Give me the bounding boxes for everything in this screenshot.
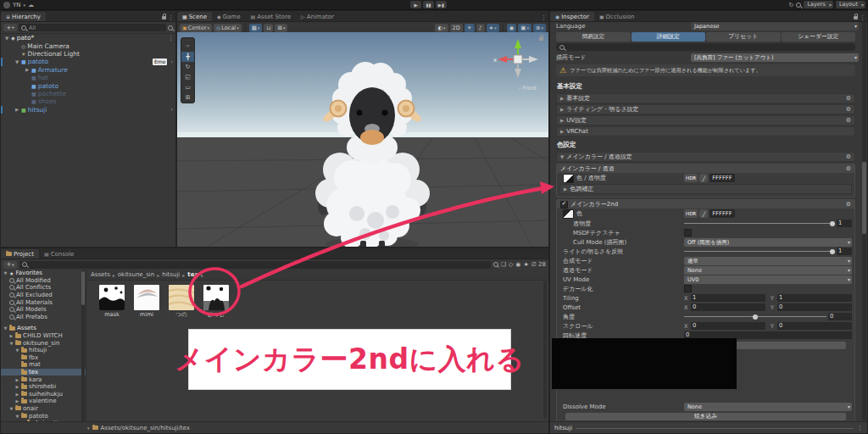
camera-settings-button[interactable]: ▣▾ (518, 24, 531, 32)
tree-item[interactable]: ▶valentine (1, 398, 86, 405)
2d-toggle[interactable]: 2D (450, 24, 463, 32)
lock-icon[interactable] (539, 37, 543, 41)
breadcrumb-item[interactable]: tex (187, 271, 198, 278)
tree-item[interactable]: ▼onair (1, 405, 86, 413)
pause-button[interactable]: ▮▮ (423, 1, 434, 8)
tree-item[interactable]: ▼hitsuji (1, 347, 86, 354)
favorites-star-icon[interactable]: ★ (523, 261, 528, 268)
gear-icon[interactable]: ⚙ (846, 117, 851, 124)
dissolve-mode-dropdown[interactable]: None (684, 403, 852, 411)
tree-item[interactable]: ▼patoto (1, 412, 86, 420)
account-avatar[interactable] (3, 2, 10, 8)
scene-audio-toggle[interactable]: ♪ (476, 24, 485, 32)
bake-button[interactable]: 焼き込み (565, 413, 846, 420)
scene-visibility-toggle[interactable]: ◉ (507, 24, 517, 32)
hierarchy-item-patoto[interactable]: ▼ ■ patoto Emo › (1, 58, 175, 65)
decal-checkbox[interactable] (684, 285, 692, 292)
scene-lighting-toggle[interactable]: ☀ (465, 24, 475, 32)
eyedropper-icon[interactable]: ╱ (699, 209, 708, 218)
move-tool[interactable]: ╋ (181, 52, 194, 62)
search-by-type-icon[interactable] (168, 25, 173, 31)
uv-mode-dropdown[interactable]: UV0 (684, 275, 852, 284)
gear-icon[interactable]: ⚙ (846, 95, 851, 102)
emo-badge[interactable]: Emo (153, 58, 167, 65)
shading-mode-button[interactable]: ◐▾ (435, 24, 448, 32)
material-preview-bar[interactable]: hitsuji ⋮ (550, 421, 867, 433)
language-dropdown[interactable]: Japanese (691, 22, 859, 31)
content-scrollbar[interactable] (543, 281, 547, 419)
blend-mode-dropdown[interactable]: 通常 (684, 257, 852, 265)
tab-occlusion[interactable]: ▣Occlusion (594, 12, 640, 21)
caret-open-icon[interactable]: ▼ (14, 59, 19, 64)
hierarchy-item-pochette[interactable]: ■ pochette (1, 90, 175, 97)
maincolor2nd-checkbox[interactable] (560, 201, 568, 209)
maincolor-subheader[interactable]: メインカラー / 透過⚙ (557, 164, 854, 173)
project-search-input[interactable] (19, 261, 491, 269)
hierarchy-item-camera[interactable]: ◎ Main Camera (1, 42, 175, 49)
tab-game[interactable]: ◆Game (212, 12, 245, 21)
info-icon[interactable]: ◉ (515, 261, 520, 268)
light-value[interactable]: 1 (837, 248, 852, 255)
tree-item[interactable]: fbx (1, 354, 86, 362)
asset-mask[interactable]: mask (98, 285, 125, 318)
play-button[interactable]: ▶ (410, 1, 421, 8)
transparent-mode-dropdown[interactable]: None (684, 266, 852, 275)
grid-snap-button[interactable]: ▦▾ (249, 24, 263, 32)
gizmo-front-label[interactable]: ‹ Front (519, 85, 537, 92)
add-object-button[interactable]: +▾ (3, 24, 17, 31)
hierarchy-item-patoto-mesh[interactable]: ■ patoto (1, 81, 175, 89)
msdf-checkbox[interactable] (684, 229, 692, 236)
search-icon[interactable] (796, 3, 801, 8)
tab-inspector[interactable]: ◉Inspector (550, 12, 594, 21)
eyedropper-icon[interactable]: ╱ (699, 174, 708, 182)
tool-settings-button[interactable]: ⊞▾ (275, 24, 287, 32)
asset-tsuno[interactable]: つの (168, 285, 195, 318)
gear-icon[interactable]: ⚙ (846, 165, 851, 172)
hidden-objects-icon[interactable]: ∅ 28 (531, 261, 546, 268)
offset-x-field[interactable]: 0 (691, 303, 765, 311)
search-by-type-icon[interactable] (493, 262, 498, 267)
group-vrchat[interactable]: ▶VRChat (556, 126, 855, 136)
tree-item[interactable]: ▼okitsune_sin (1, 339, 86, 347)
hierarchy-item-armature[interactable]: ▶ ■ Armature (1, 66, 175, 74)
tab-console[interactable]: ▤Console (39, 249, 79, 259)
tab-presets[interactable]: プリセット (706, 32, 781, 42)
tab-simple-settings[interactable]: 簡易設定 (556, 32, 631, 42)
account-name[interactable]: YN (13, 2, 21, 8)
scroll-x-field[interactable]: 0 (691, 322, 765, 330)
tree-item[interactable]: ▶shirohebi (1, 383, 86, 391)
tab-detail-settings[interactable]: 詳細設定 (632, 32, 706, 42)
group-lighting[interactable]: ▶ライティング・明るさ設定⚙ (556, 104, 855, 114)
kebab-menu-icon[interactable]: ⋮ (539, 14, 548, 21)
group-basic[interactable]: ▶基本設定⚙ (556, 93, 855, 103)
label-icon[interactable]: ◇ (509, 261, 513, 268)
tree-scrollbar[interactable] (81, 270, 85, 422)
tab-hierarchy[interactable]: ≡ Hierarchy (1, 12, 46, 21)
tree-favorites[interactable]: ▼★Favorites (1, 270, 86, 277)
tiling-y-field[interactable]: 1 (777, 294, 852, 302)
gear-icon[interactable]: ⚙ (846, 106, 851, 113)
scroll-y-field[interactable]: 0 (777, 322, 852, 330)
tree-item-assets[interactable]: ▼Assets (1, 325, 86, 332)
collab-history-icon[interactable]: ↻ (789, 2, 794, 8)
tab-scene[interactable]: ▦Scene (177, 12, 212, 21)
color-hex-field[interactable]: FFFFFF (709, 174, 734, 182)
tree-item[interactable]: mat (1, 361, 86, 369)
caret-down-icon[interactable]: ▾ (87, 426, 90, 431)
tree-item-tex-selected[interactable]: tex (1, 369, 86, 376)
effects-toggle[interactable]: ∗▾ (487, 24, 499, 32)
snap-increment-button[interactable]: ⊔ (264, 24, 273, 32)
hierarchy-item-shoes[interactable]: ■ shoes (1, 97, 175, 105)
add-asset-button[interactable]: +▾ (3, 261, 17, 269)
offset-y-field[interactable]: 0 (777, 303, 852, 311)
group-tone-correction[interactable]: ▶色調補正 (559, 184, 852, 194)
preview-drag-handle[interactable] (576, 428, 854, 429)
tree-item[interactable]: All Prefabs (1, 314, 86, 321)
tree-item[interactable]: All Excluded (1, 292, 86, 299)
maincolor2nd-header[interactable]: メインカラー2nd ⚙ (557, 200, 854, 209)
tree-item[interactable]: All Conflicts (1, 284, 86, 292)
scene-viewport[interactable]: ⋯ ☞ ╋ ↻ ◱ ▭ ⊞ x ‹ Front (177, 32, 548, 247)
hierarchy-search-input[interactable]: All (19, 24, 166, 31)
inspector-scrollbar[interactable] (862, 22, 866, 420)
caret-open-icon[interactable]: ▼ (4, 36, 9, 41)
